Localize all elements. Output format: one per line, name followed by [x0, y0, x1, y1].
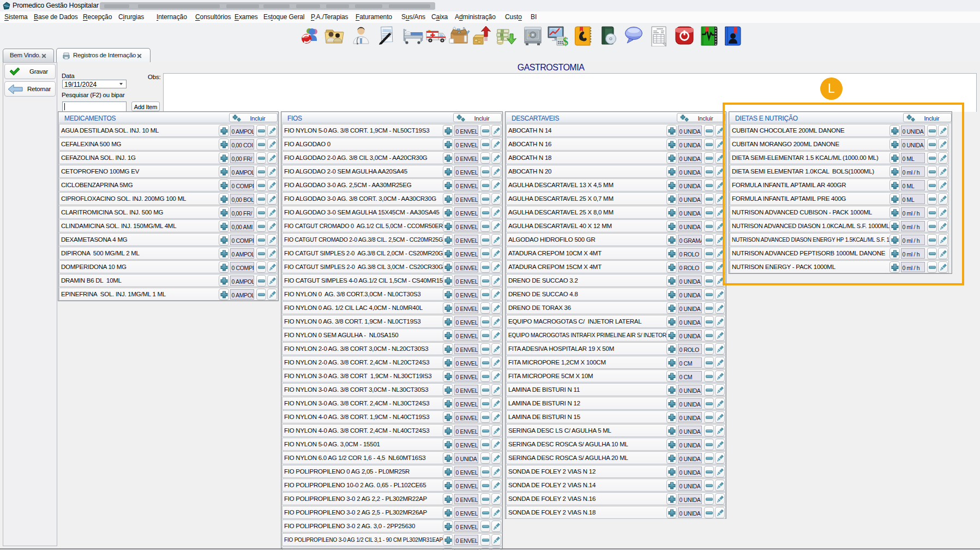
svg-text:$: $ [563, 35, 568, 46]
